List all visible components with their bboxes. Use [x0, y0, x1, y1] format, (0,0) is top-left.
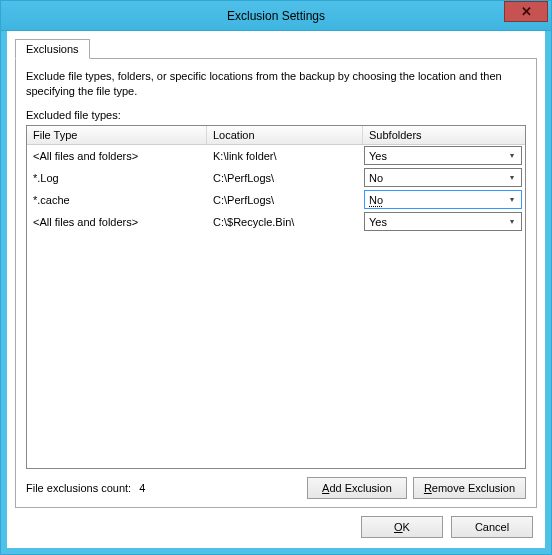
subfolders-value: Yes — [369, 150, 505, 162]
exclusion-settings-window: Exclusion Settings ✕ Exclusions Exclude … — [0, 0, 552, 555]
subfolders-dropdown[interactable]: No▾ — [364, 190, 522, 209]
client-area: Exclusions Exclude file types, folders, … — [1, 31, 551, 554]
exclusions-table: File Type Location Subfolders <All files… — [26, 125, 526, 469]
titlebar: Exclusion Settings ✕ — [1, 1, 551, 31]
table-row[interactable]: <All files and folders>K:\link folder\Ye… — [27, 145, 525, 167]
table-row[interactable]: *.LogC:\PerfLogs\No▾ — [27, 167, 525, 189]
cell-location[interactable]: C:\PerfLogs\ — [207, 189, 363, 211]
window-title: Exclusion Settings — [1, 9, 551, 23]
subfolders-dropdown[interactable]: Yes▾ — [364, 146, 522, 165]
tab-body: Exclude file types, folders, or specific… — [15, 58, 537, 508]
table-row[interactable]: <All files and folders>C:\$Recycle.Bin\Y… — [27, 211, 525, 233]
description-text: Exclude file types, folders, or specific… — [26, 69, 526, 99]
cell-file-type[interactable]: *.cache — [27, 189, 207, 211]
tab-label: Exclusions — [26, 43, 79, 55]
chevron-down-icon[interactable]: ▾ — [505, 147, 519, 164]
cell-location[interactable]: C:\PerfLogs\ — [207, 167, 363, 189]
chevron-down-icon[interactable]: ▾ — [505, 169, 519, 186]
cell-subfolders: No▾ — [363, 167, 525, 189]
count-value: 4 — [139, 482, 163, 494]
tab-exclusions[interactable]: Exclusions — [15, 39, 90, 59]
col-header-file-type[interactable]: File Type — [27, 126, 207, 144]
ok-button[interactable]: OK — [361, 516, 443, 538]
col-header-subfolders[interactable]: Subfolders — [363, 126, 525, 144]
cancel-button[interactable]: Cancel — [451, 516, 533, 538]
add-exclusion-button[interactable]: Add Exclusion — [307, 477, 407, 499]
table-body: <All files and folders>K:\link folder\Ye… — [27, 145, 525, 468]
cell-subfolders: No▾ — [363, 189, 525, 211]
subfolders-dropdown[interactable]: Yes▾ — [364, 212, 522, 231]
dialog-footer: OK Cancel — [15, 508, 537, 540]
bottom-row: File exclusions count: 4 Add Exclusion R… — [26, 477, 526, 499]
subfolders-value: No — [369, 172, 505, 184]
subfolders-dropdown[interactable]: No▾ — [364, 168, 522, 187]
chevron-down-icon[interactable]: ▾ — [505, 191, 519, 208]
remove-exclusion-button[interactable]: Remove Exclusion — [413, 477, 526, 499]
subfolders-value: No — [369, 194, 505, 206]
cell-subfolders: Yes▾ — [363, 145, 525, 167]
cell-file-type[interactable]: <All files and folders> — [27, 211, 207, 233]
table-header: File Type Location Subfolders — [27, 126, 525, 145]
count-label: File exclusions count: — [26, 482, 131, 494]
excluded-label: Excluded file types: — [26, 109, 526, 121]
cell-file-type[interactable]: *.Log — [27, 167, 207, 189]
cell-file-type[interactable]: <All files and folders> — [27, 145, 207, 167]
cell-subfolders: Yes▾ — [363, 211, 525, 233]
table-row[interactable]: *.cacheC:\PerfLogs\No▾ — [27, 189, 525, 211]
chevron-down-icon[interactable]: ▾ — [505, 213, 519, 230]
subfolders-value: Yes — [369, 216, 505, 228]
close-icon: ✕ — [521, 4, 532, 19]
close-button[interactable]: ✕ — [504, 1, 548, 22]
col-header-location[interactable]: Location — [207, 126, 363, 144]
cell-location[interactable]: C:\$Recycle.Bin\ — [207, 211, 363, 233]
tabs-header: Exclusions — [15, 39, 537, 59]
cell-location[interactable]: K:\link folder\ — [207, 145, 363, 167]
